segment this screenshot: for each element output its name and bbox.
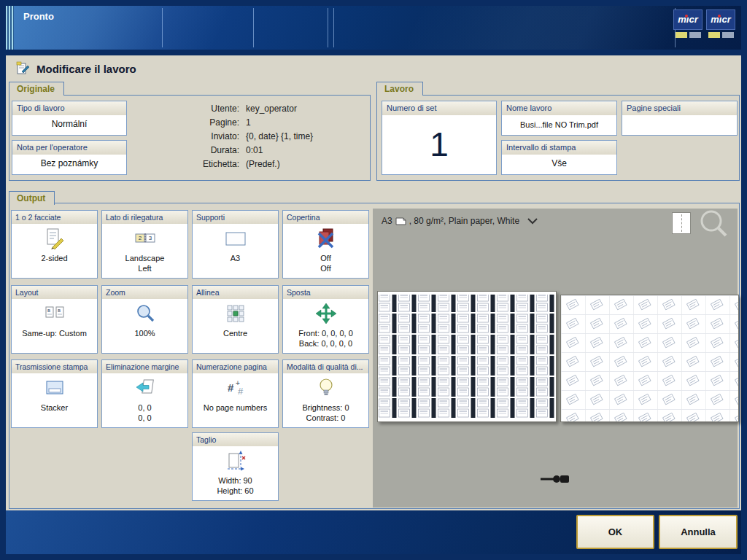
page-title: Modificare il lavoro — [36, 63, 136, 75]
statusbar-separator — [333, 8, 334, 47]
intervallo-di-stampa-label: Intervallo di stampa — [502, 141, 616, 155]
trim-icon — [224, 449, 247, 472]
status-text: Pronto — [23, 11, 54, 22]
statusbar-separator — [253, 8, 254, 47]
zoom-icon — [133, 302, 157, 325]
numero-di-set-label: Numero di set — [382, 101, 496, 115]
svg-text:2: 2 — [138, 235, 142, 241]
info-row-pagine: Pagine:1 — [189, 116, 371, 130]
numero-di-set-button[interactable]: Numero di set 1 — [382, 101, 497, 175]
statusbar-separator — [328, 8, 328, 47]
svg-text:B: B — [47, 308, 50, 313]
shift-icon — [314, 302, 338, 325]
binding-edge-icon: 2 3 — [133, 227, 157, 250]
nota-operatore-value: Bez poznámky — [12, 158, 126, 168]
media-button[interactable]: Supporti A3 — [192, 210, 279, 279]
brand-logos: mıcr mıcr — [673, 9, 735, 38]
svg-text:3: 3 — [148, 235, 152, 241]
numero-di-set-value: 1 — [382, 125, 496, 164]
tipo-di-lavoro-label: Tipo di lavoro — [12, 101, 126, 115]
margin-erase-icon — [133, 376, 157, 400]
preview-zoom-icon[interactable] — [698, 209, 729, 239]
logo-yellow-square — [676, 32, 687, 38]
info-row-etichetta: Etichetta:(Predef.) — [189, 158, 371, 171]
preview-pane: A3 , 80 g/m², Plain paper, White — [373, 209, 738, 508]
status-bar: Pronto mıcr mıcr — [6, 6, 741, 50]
pagine-speciali-label: Pagine speciali — [622, 101, 737, 115]
info-row-durata: Durata:0:01 — [189, 144, 371, 158]
logo-blue-square — [722, 32, 734, 38]
job-edit-window: Pronto mıcr mıcr Modif — [0, 0, 747, 560]
ok-button[interactable]: OK — [576, 515, 654, 549]
cover-icon — [314, 227, 338, 250]
svg-text:#: # — [228, 381, 234, 394]
nota-operatore-label: Nota per l'operatore — [12, 141, 126, 155]
two-sided-icon — [43, 227, 66, 250]
pagine-speciali-button[interactable]: Pagine speciali — [622, 101, 738, 136]
tab-output: Output — [9, 191, 55, 205]
corner-stripes-decoration — [6, 6, 14, 50]
trim-button[interactable]: Taglio Width: 90Height: 60 — [192, 432, 279, 501]
nome-lavoro-label: Nome lavoro — [502, 101, 616, 115]
originale-groupbox: Tipo di lavoro Normální Nota per l'opera… — [9, 95, 371, 181]
layout-icon: B B — [43, 302, 66, 325]
svg-text:B: B — [58, 308, 61, 313]
logo-red-dot — [718, 15, 721, 18]
tab-lavoro: Lavoro — [376, 82, 423, 96]
sides-button[interactable]: 1 o 2 facciate 2-sided — [11, 210, 98, 279]
nome-lavoro-value: Busi...file NO Trim.pdf — [502, 120, 616, 129]
logo-blue-square — [689, 32, 701, 38]
shift-button[interactable]: Sposta Front: 0, 0, 0, 0Back: 0, 0, 0, 0 — [282, 285, 369, 354]
zoom-button[interactable]: Zoom 100% — [101, 285, 188, 354]
layout-button[interactable]: Layout B B Same-up: Custom — [11, 285, 98, 354]
output-groupbox: 1 o 2 facciate 2-sided Lato di rilegatur… — [9, 203, 740, 509]
tab-originale: Originale — [9, 82, 64, 96]
media-selector[interactable]: A3 , 80 g/m², Plain paper, White — [382, 216, 538, 226]
page-numbering-button[interactable]: Numerazione pagina # + # No page numbers — [192, 359, 279, 428]
print-quality-icon — [314, 376, 338, 400]
edit-job-icon — [16, 61, 31, 76]
cover-button[interactable]: Copertina OffOff — [282, 210, 369, 279]
connector-icon — [539, 472, 571, 486]
binding-edge-button[interactable]: Lato di rilegatura 2 3 LandscapeLeft — [101, 210, 188, 279]
logo-red-dot — [685, 15, 688, 18]
intervallo-di-stampa-value: Vše — [502, 158, 616, 168]
job-info-block: Utente:key_operator Pagine:1 Inviato:{0,… — [189, 102, 371, 171]
action-bar: OK Annulla — [6, 510, 741, 554]
preview-page-2 — [560, 295, 739, 422]
logo-yellow-square — [708, 32, 720, 38]
margin-erase-button[interactable]: Eliminazione margine 0, 00, 0 — [101, 359, 188, 428]
statusbar-separator — [162, 8, 163, 47]
stacker-icon — [43, 376, 66, 400]
micr-logo: mıcr — [706, 9, 735, 30]
svg-text:#: # — [238, 386, 244, 397]
align-button[interactable]: Allinea Centre — [192, 285, 279, 354]
micr-logo: mıcr — [673, 9, 703, 30]
chevron-down-icon — [527, 217, 538, 225]
info-row-inviato: Inviato:{0, date} {1, time} — [189, 130, 371, 144]
page-numbering-icon: # + # — [224, 376, 247, 400]
output-delivery-button[interactable]: Trasmissione stampa Stacker — [11, 359, 98, 428]
trim-view-toggle-icon[interactable] — [672, 212, 691, 234]
dialog-content: Modificare il lavoro Originale Tipo di l… — [6, 55, 741, 510]
nome-lavoro-button[interactable]: Nome lavoro Busi...file NO Trim.pdf — [501, 101, 617, 136]
info-row-utente: Utente:key_operator — [189, 102, 371, 116]
tipo-di-lavoro-value: Normální — [12, 119, 126, 129]
media-icon — [223, 227, 248, 250]
landscape-orientation-icon — [395, 217, 406, 225]
tipo-di-lavoro-button[interactable]: Tipo di lavoro Normální — [12, 101, 127, 136]
align-icon — [224, 302, 247, 325]
print-quality-button[interactable]: Modalità di qualità di... Brightness: 0C… — [282, 359, 369, 428]
preview-page-1 — [377, 291, 557, 422]
intervallo-di-stampa-button[interactable]: Intervallo di stampa Vše — [501, 140, 617, 175]
cancel-button[interactable]: Annulla — [659, 515, 738, 549]
lavoro-groupbox: Numero di set 1 Nome lavoro Busi...file … — [376, 95, 740, 181]
nota-operatore-button[interactable]: Nota per l'operatore Bez poznámky — [12, 140, 127, 175]
